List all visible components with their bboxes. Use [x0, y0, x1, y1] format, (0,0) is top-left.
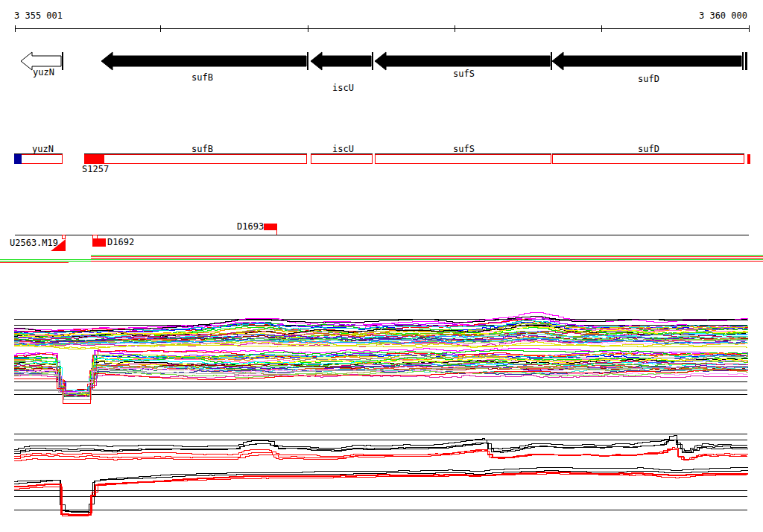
probe-segment-label-S1257: S1257 [82, 165, 109, 174]
envelope-bottom-yellow [14, 345, 747, 349]
gene-box-blue-cap [14, 154, 22, 164]
probe-track-baseline [15, 235, 749, 235]
probe-open-box[interactable] [93, 235, 98, 239]
gene-arrow-label-iscU: iscU [332, 83, 354, 92]
ruler-tick [749, 25, 750, 32]
gene-arrow-label-sufD: sufD [638, 75, 659, 83]
gene-box-label-yuzN: yuzN [32, 145, 54, 153]
gene-box-track [14, 153, 750, 164]
probe-segment-S1257[interactable] [84, 154, 104, 164]
panel-gridline [14, 390, 747, 390]
lower-cluster-trace [14, 375, 747, 397]
gene-arrow-sufD[interactable] [552, 52, 741, 70]
coverage-stripe-5 [91, 261, 763, 262]
ruler-tick [15, 25, 16, 32]
gene-arrow-edge-sliver [745, 52, 747, 70]
gene-arrow-label-yuzN: yuzN [33, 68, 54, 77]
gene-box-label-iscU: iscU [332, 145, 354, 153]
gene-arrow-tail-bar [742, 52, 744, 70]
gene-box-label-sufD: sufD [638, 145, 659, 153]
panel-gridline [14, 510, 747, 510]
panel-gridline [14, 490, 747, 491]
gene-box-sufB[interactable] [85, 155, 307, 164]
summary-trace [14, 440, 747, 453]
ruler-tick [455, 25, 455, 32]
probe-tick [276, 230, 277, 235]
summary-trace [14, 472, 747, 516]
gene-box-sufD[interactable] [553, 155, 744, 164]
panel-gridline [14, 496, 747, 497]
gene-arrow-label-sufS: sufS [453, 69, 475, 78]
ruler-tick [160, 25, 161, 32]
ruler-tick [601, 25, 602, 32]
probe-open-box[interactable] [63, 235, 66, 239]
panel-gridline [14, 440, 747, 440]
gene-arrow-sufB[interactable] [101, 52, 306, 70]
gene-arrow-tail-bar [62, 52, 63, 70]
genome-browser-view: 3 355 001 3 360 000 yuzNsufBiscUsufSsufD… [0, 0, 763, 532]
gene-box-sufS[interactable] [376, 155, 551, 164]
coverage-stripe-6 [0, 262, 69, 263]
gene-arrow-track [21, 52, 747, 70]
panel-gridline [14, 381, 747, 382]
ruler-line [15, 28, 749, 29]
gene-box-yuzN[interactable] [15, 155, 63, 164]
coordinate-ruler [15, 25, 750, 32]
panel-gridline [14, 394, 747, 395]
profile-panel-2[interactable] [14, 434, 747, 516]
probe-label-D1692: D1692 [107, 238, 134, 247]
coverage-stripe-2 [91, 258, 763, 259]
gene-arrow-iscU[interactable] [311, 52, 371, 70]
profile-panel-1[interactable] [14, 312, 747, 403]
gene-arrow-label-sufB: sufB [191, 73, 213, 82]
gene-arrow-sufS[interactable] [375, 52, 550, 70]
probe-box-D1692[interactable] [92, 238, 106, 247]
probe-label-D1693: D1693 [237, 222, 264, 231]
coverage-stripe-1 [91, 256, 763, 257]
gene-box-edge-bar [747, 154, 750, 164]
ruler-tick [308, 25, 308, 32]
gene-box-iscU[interactable] [311, 155, 373, 164]
coverage-stripe-3 [0, 259, 763, 260]
gene-box-label-sufS: sufS [453, 145, 475, 153]
probe-box-D1693[interactable] [264, 224, 277, 230]
gene-box-label-sufB: sufB [191, 145, 213, 153]
panel-gridline [14, 434, 747, 434]
coverage-stripe-4 [0, 261, 91, 262]
coverage-stripe-0 [91, 255, 763, 256]
gene-arrow-tail-bar [372, 52, 373, 70]
probe-label-U2563.M19: U2563.M19 [10, 238, 58, 247]
gene-arrow-tail-bar [307, 52, 308, 70]
